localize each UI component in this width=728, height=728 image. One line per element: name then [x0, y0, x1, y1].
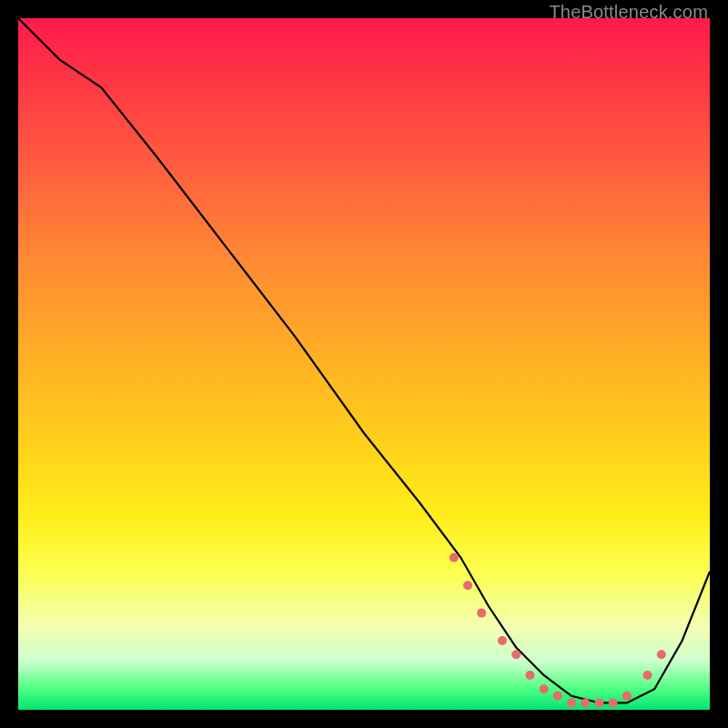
- marker-dot: [657, 650, 666, 659]
- marker-dot: [567, 698, 576, 707]
- curve-svg: [18, 18, 710, 710]
- marker-dot: [525, 671, 534, 680]
- marker-dot: [450, 553, 459, 562]
- main-curve: [18, 18, 710, 703]
- marker-dot: [553, 692, 562, 701]
- marker-dot: [594, 698, 603, 707]
- marker-dot: [609, 698, 618, 707]
- marker-dot: [463, 581, 472, 590]
- plot-area: [18, 18, 710, 710]
- chart-stage: TheBottleneck.com: [0, 0, 728, 728]
- marker-dot: [643, 671, 652, 680]
- marker-dot: [622, 692, 632, 701]
- marker-dot: [581, 698, 590, 707]
- marker-dot: [511, 650, 521, 659]
- marker-dot: [498, 636, 507, 645]
- marker-dot: [540, 684, 549, 693]
- marker-dot: [477, 609, 486, 618]
- marker-dots: [450, 553, 666, 708]
